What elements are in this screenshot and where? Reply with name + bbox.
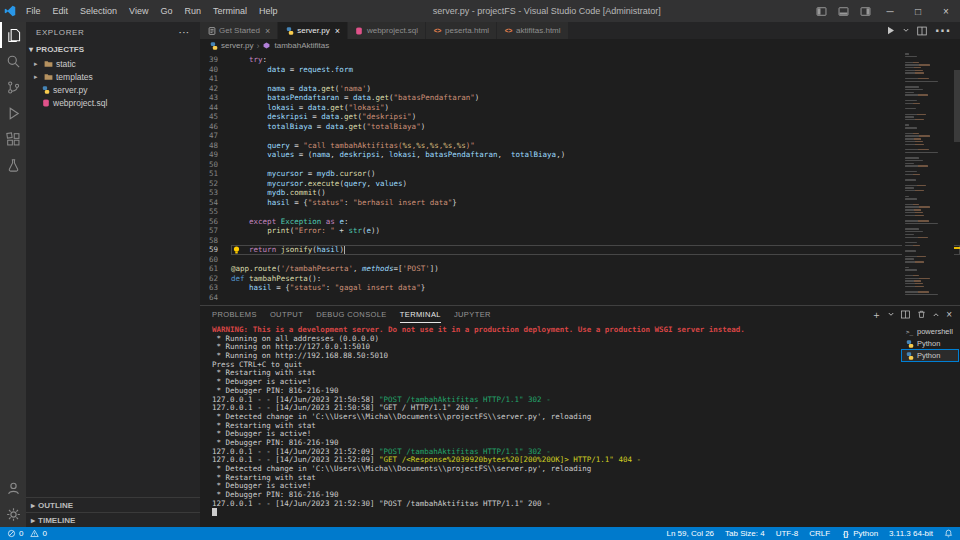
status-ln-59-col-26[interactable]: Ln 59, Col 26 [666, 529, 714, 538]
editor-scrollbar[interactable] [954, 52, 960, 305]
tab-get-started[interactable]: Get Started× [200, 22, 278, 39]
kill-terminal-icon[interactable] [917, 310, 926, 319]
code-line-text[interactable]: lokasi = data.get("lokasi") [231, 103, 960, 113]
code-line-text[interactable]: def tambahPeserta(): [231, 274, 960, 284]
code-line-text[interactable] [231, 207, 960, 217]
menu-go[interactable]: Go [154, 0, 178, 22]
panel-tab-problems[interactable]: PROBLEMS [212, 306, 257, 323]
code-line-text[interactable]: deskripsi = data.get("deskripsi") [231, 112, 960, 122]
menu-file[interactable]: File [20, 0, 47, 22]
code-line-text[interactable]: mycursor.execute(query, values) [231, 179, 960, 189]
settings-gear-icon[interactable] [0, 501, 26, 527]
code-line-text[interactable]: hasil = {"status": "berhasil insert data… [231, 198, 960, 208]
close-panel-icon[interactable]: × [946, 309, 952, 320]
code-line-text[interactable]: values = (nama, deskripsi, lokasi, batas… [231, 150, 960, 160]
code-line-text[interactable] [231, 236, 960, 246]
tab-peserta-html[interactable]: <>peserta.html [426, 22, 497, 39]
new-terminal-icon[interactable]: ＋ [871, 308, 881, 322]
terminal-profile-dropdown-icon[interactable] [888, 312, 894, 317]
run-python-file-button[interactable] [887, 26, 895, 35]
explorer-icon[interactable] [0, 22, 26, 48]
lightbulb-icon[interactable] [233, 246, 240, 254]
code-line-text[interactable] [231, 255, 960, 265]
menu-edit[interactable]: Edit [47, 0, 75, 22]
terminal-output[interactable]: WARNING: This is a development server. D… [200, 323, 900, 527]
code-line-text[interactable]: try: [231, 55, 960, 65]
line-number: 44 [200, 103, 231, 113]
code-line-text[interactable]: batasPendaftaran = data.get("batasPendaf… [231, 93, 960, 103]
run-dropdown-icon[interactable] [903, 28, 909, 33]
extensions-icon[interactable] [0, 126, 26, 152]
code-line-text[interactable]: return jsonify(hasil) [231, 245, 960, 255]
timeline-section[interactable]: ▸ TIMELINE [26, 512, 200, 527]
maximize-panel-icon[interactable] [933, 312, 939, 317]
code-line-text[interactable] [231, 160, 960, 170]
terminal-instance-python[interactable]: Python [902, 350, 958, 361]
line-number: 47 [200, 131, 231, 141]
line-number: 58 [200, 236, 231, 246]
menu-selection[interactable]: Selection [74, 0, 123, 22]
split-terminal-icon[interactable] [901, 310, 910, 319]
toggle-sidebar-icon[interactable] [810, 0, 832, 22]
terminal-instance-powershell[interactable]: >_powershell [902, 326, 958, 337]
code-line-text[interactable]: print("Error: " + str(e)) [231, 226, 960, 236]
minimap[interactable] [902, 52, 954, 305]
customize-layout-icon[interactable] [854, 0, 876, 22]
status-tab-size-4[interactable]: Tab Size: 4 [725, 529, 765, 538]
code-line-text[interactable]: @app.route('/tambahPeserta', methods=['P… [231, 264, 960, 274]
breadcrumb-item-server-py[interactable]: server.py [209, 41, 253, 50]
code-line-text[interactable] [231, 131, 960, 141]
status-3-11-3-64-bit[interactable]: 3.11.3 64-bit [889, 529, 933, 538]
explorer-item-templates[interactable]: ▸templates [26, 70, 200, 83]
outline-section[interactable]: ▸ OUTLINE [26, 497, 200, 512]
menu-help[interactable]: Help [253, 0, 284, 22]
notifications-bell-icon[interactable] [944, 529, 953, 538]
run-debug-icon[interactable] [0, 100, 26, 126]
minimize-button[interactable]: ─ [876, 0, 904, 22]
code-line-text[interactable]: mycursor = mydb.cursor() [231, 169, 960, 179]
code-line-text[interactable]: hasil = {"status": "gagal insert data"} [231, 283, 960, 293]
split-editor-icon[interactable] [917, 26, 927, 36]
code-line-text[interactable]: totalBiaya = data.get("totalBiaya") [231, 122, 960, 132]
panel-tab-terminal[interactable]: TERMINAL [400, 306, 441, 323]
tab-aktifitas-html[interactable]: <>aktifitas.html [497, 22, 568, 39]
close-tab-icon[interactable]: × [265, 26, 270, 36]
menu-run[interactable]: Run [178, 0, 207, 22]
explorer-item-server-py[interactable]: server.py [26, 83, 200, 96]
source-control-icon[interactable] [0, 74, 26, 100]
code-line-text[interactable] [231, 293, 960, 303]
status-crlf[interactable]: CRLF [809, 529, 830, 538]
menu-terminal[interactable]: Terminal [207, 0, 253, 22]
editor-more-actions-icon[interactable]: ··· [935, 22, 951, 40]
code-line-text[interactable]: except Exception as e: [231, 217, 960, 227]
code-line-text[interactable]: mydb.commit() [231, 188, 960, 198]
code-editor[interactable]: 39 try:40 data = request.form4142 nama =… [200, 52, 960, 305]
panel-tab-debug-console[interactable]: DEBUG CONSOLE [316, 306, 387, 323]
account-icon[interactable] [0, 475, 26, 501]
explorer-item-webproject-sql[interactable]: webproject.sql [26, 96, 200, 109]
status-errors[interactable]: 0 [7, 529, 23, 538]
panel-tab-jupyter[interactable]: JUPYTER [454, 306, 491, 323]
tab-webproject-sql[interactable]: webproject.sql [348, 22, 426, 39]
status-warnings[interactable]: 0 [30, 529, 46, 538]
close-tab-icon[interactable]: × [335, 26, 340, 36]
breadcrumb-item-tambahaktifitas[interactable]: tambahAktifitas [262, 41, 329, 50]
project-root-header[interactable]: ▾ PROJECTFS [26, 42, 200, 57]
close-button[interactable]: × [932, 0, 960, 22]
testing-icon[interactable] [0, 152, 26, 178]
tab-server-py[interactable]: server.py× [278, 22, 348, 39]
toggle-panel-icon[interactable] [832, 0, 854, 22]
explorer-more-actions-icon[interactable]: ··· [179, 28, 190, 37]
menu-view[interactable]: View [123, 0, 154, 22]
panel-tab-output[interactable]: OUTPUT [270, 306, 303, 323]
code-line-text[interactable]: data = request.form [231, 65, 960, 75]
status-utf-8[interactable]: UTF-8 [776, 529, 799, 538]
maximize-button[interactable]: □ [904, 0, 932, 22]
status-python[interactable]: {}Python [841, 529, 878, 538]
code-line-text[interactable] [231, 74, 960, 84]
code-line-text[interactable]: nama = data.get('nama') [231, 84, 960, 94]
explorer-item-static[interactable]: ▸static [26, 57, 200, 70]
code-line-text[interactable]: query = "call tambahAktifitas(%s,%s,%s,%… [231, 141, 960, 151]
terminal-instance-python[interactable]: Python [902, 338, 958, 349]
search-icon[interactable] [0, 48, 26, 74]
